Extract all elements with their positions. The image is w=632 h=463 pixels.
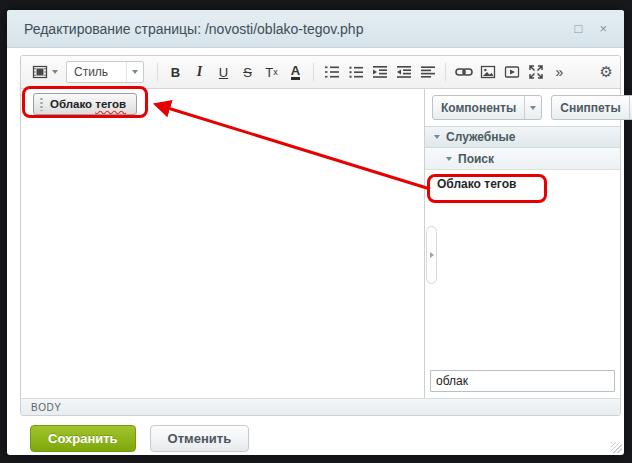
resize-grip[interactable] [611,442,622,453]
editor-toolbar: Стиль B I U S Tx A [21,56,620,89]
widget-word-2: тегов [95,98,126,110]
drag-handle-icon[interactable] [39,97,45,111]
show-blocks-icon [32,64,48,80]
element-path-bar[interactable]: BODY [21,398,620,415]
dialog-footer: Сохранить Отменить [30,425,621,452]
chevron-down-icon [132,70,138,74]
components-panel: Компоненты Сниппеты Служебные [424,89,620,398]
numbered-list-icon [324,64,340,80]
window-controls: □ × [575,22,607,35]
outdent-button[interactable] [392,60,415,84]
components-button[interactable]: Компоненты [432,95,542,120]
components-button-label: Компоненты [433,101,524,115]
align-left-button[interactable] [416,60,439,84]
dialog-title: Редактирование страницы: /novosti/oblako… [24,21,363,37]
numbered-list-button[interactable] [320,60,343,84]
collapse-arrow-icon [434,135,440,139]
subgroup-header-label: Поиск [458,152,494,166]
collapse-right-icon [430,252,434,258]
style-combo-label: Стиль [74,65,108,79]
cancel-button[interactable]: Отменить [150,425,250,452]
group-header-label: Служебные [446,130,515,144]
bulleted-list-button[interactable] [344,60,367,84]
fullscreen-icon [528,64,544,80]
dialog-content: Стиль B I U S Tx A [7,48,624,452]
style-combo[interactable]: Стиль [66,61,144,83]
snippets-button[interactable]: Сниппеты [551,95,632,120]
component-search-input[interactable] [430,370,615,392]
components-dropdown[interactable] [524,96,541,119]
more-toolbar-button[interactable]: » [548,60,571,84]
edit-page-dialog: Редактирование страницы: /novosti/oblako… [7,10,624,455]
strikethrough-button[interactable]: S [236,60,259,84]
panel-item-tag-cloud[interactable]: Облако тегов [425,170,620,198]
style-combo-arrow [126,62,143,82]
bold-button[interactable]: B [164,60,187,84]
link-button[interactable] [452,60,475,84]
link-icon [455,64,473,80]
text-color-button[interactable]: A [284,60,307,84]
panel-collapse-handle[interactable] [426,226,437,284]
richtext-editor: Стиль B I U S Tx A [20,55,621,416]
settings-gear-icon[interactable]: ⚙ [600,63,613,81]
widget-word-1: Облако [50,98,92,110]
text-color-glyph: A [291,65,300,80]
media-icon [504,64,520,80]
panel-item-label: Облако тегов [437,177,516,191]
panel-spacer [425,198,620,365]
close-icon[interactable]: × [599,22,607,35]
show-blocks-button[interactable] [28,60,51,84]
editor-main: Облако тегов Компоненты Сниппеты [21,89,620,398]
image-button[interactable] [476,60,499,84]
toolbar-separator [445,63,446,81]
dialog-titlebar[interactable]: Редактирование страницы: /novosti/oblako… [7,10,624,48]
element-path-label: BODY [31,402,61,413]
editor-canvas[interactable]: Облако тегов [21,89,424,398]
image-icon [480,64,496,80]
remove-format-t: T [265,65,273,80]
group-header-service[interactable]: Служебные [425,126,620,148]
subgroup-header-search[interactable]: Поиск [425,148,620,170]
widget-label: Облако тегов [50,98,126,110]
toolbar-separator [157,63,158,81]
underline-button[interactable]: U [212,60,235,84]
align-left-icon [420,64,436,80]
italic-button[interactable]: I [188,60,211,84]
outdent-icon [396,64,412,80]
indent-icon [372,64,388,80]
toolbar-separator [313,63,314,81]
modal-overlay: Редактирование страницы: /novosti/oblako… [0,0,632,463]
tag-cloud-widget-button[interactable]: Облако тегов [33,93,137,115]
collapse-arrow-icon [446,157,452,161]
save-button[interactable]: Сохранить [30,425,136,452]
chevron-down-icon [530,106,536,110]
snippets-button-label: Сниппеты [552,101,628,115]
blocks-dropdown-icon[interactable] [52,70,58,74]
panel-buttons-row: Компоненты Сниппеты [425,89,620,126]
remove-format-x: x [273,67,278,77]
maximize-icon[interactable]: □ [575,22,583,35]
bulleted-list-icon [348,64,364,80]
indent-button[interactable] [368,60,391,84]
maximize-editor-button[interactable] [524,60,547,84]
remove-format-button[interactable]: Tx [260,60,283,84]
media-button[interactable] [500,60,523,84]
